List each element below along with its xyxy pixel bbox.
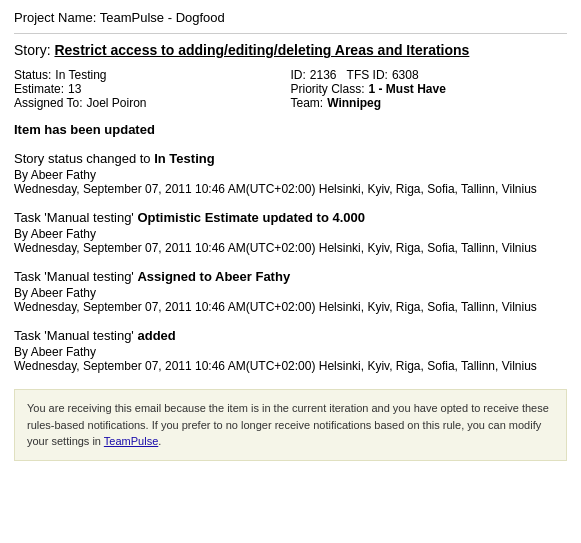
change-date-1: Wednesday, September 07, 2011 10:46 AM(U… bbox=[14, 182, 567, 196]
change-title-bold-2: Optimistic Estimate updated to 4.000 bbox=[137, 210, 365, 225]
change-title-3: Task 'Manual testing' Assigned to Abeer … bbox=[14, 269, 567, 284]
change-title-normal-2: Task 'Manual testing' bbox=[14, 210, 137, 225]
meta-priority: Priority Class: 1 - Must Have bbox=[291, 82, 568, 96]
meta-tfsid-label: TFS ID: bbox=[347, 68, 388, 82]
change-by-2: By Abeer Fathy bbox=[14, 227, 567, 241]
change-by-1: By Abeer Fathy bbox=[14, 168, 567, 182]
change-by-3: By Abeer Fathy bbox=[14, 286, 567, 300]
change-title-bold-1: In Testing bbox=[154, 151, 214, 166]
change-item-1: Story status changed to In Testing By Ab… bbox=[14, 151, 567, 196]
project-name-line: Project Name: TeamPulse - Dogfood bbox=[14, 10, 567, 34]
change-date-3: Wednesday, September 07, 2011 10:46 AM(U… bbox=[14, 300, 567, 314]
meta-priority-value: 1 - Must Have bbox=[369, 82, 446, 96]
change-item-2: Task 'Manual testing' Optimistic Estimat… bbox=[14, 210, 567, 255]
change-title-normal-3: Task 'Manual testing' bbox=[14, 269, 137, 284]
meta-id: ID: 2136 TFS ID: 6308 bbox=[291, 68, 568, 82]
meta-priority-label: Priority Class: bbox=[291, 82, 365, 96]
meta-left: Status: In Testing Estimate: 13 Assigned… bbox=[14, 68, 291, 110]
meta-status-value: In Testing bbox=[55, 68, 106, 82]
meta-right: ID: 2136 TFS ID: 6308 Priority Class: 1 … bbox=[291, 68, 568, 110]
change-title-bold-3: Assigned to Abeer Fathy bbox=[137, 269, 290, 284]
meta-id-value: 2136 bbox=[310, 68, 337, 82]
change-date-2: Wednesday, September 07, 2011 10:46 AM(U… bbox=[14, 241, 567, 255]
change-title-2: Task 'Manual testing' Optimistic Estimat… bbox=[14, 210, 567, 225]
story-title: Story: Restrict access to adding/editing… bbox=[14, 42, 567, 58]
meta-status-label: Status: bbox=[14, 68, 51, 82]
footer-notice: You are receiving this email because the… bbox=[14, 389, 567, 461]
change-item-3: Task 'Manual testing' Assigned to Abeer … bbox=[14, 269, 567, 314]
meta-status: Status: In Testing bbox=[14, 68, 291, 82]
updated-notice: Item has been updated bbox=[14, 122, 567, 137]
meta-team-value: Winnipeg bbox=[327, 96, 381, 110]
change-title-normal-4: Task 'Manual testing' bbox=[14, 328, 137, 343]
story-title-link[interactable]: Restrict access to adding/editing/deleti… bbox=[54, 42, 469, 58]
footer-text-after: . bbox=[158, 435, 161, 447]
change-title-bold-4: added bbox=[137, 328, 175, 343]
project-name-label: Project Name: bbox=[14, 10, 96, 25]
story-prefix: Story: bbox=[14, 42, 51, 58]
project-name-value: TeamPulse - Dogfood bbox=[100, 10, 225, 25]
meta-section: Status: In Testing Estimate: 13 Assigned… bbox=[14, 68, 567, 110]
meta-id-label: ID: bbox=[291, 68, 306, 82]
meta-assigned: Assigned To: Joel Poiron bbox=[14, 96, 291, 110]
meta-assigned-value: Joel Poiron bbox=[87, 96, 147, 110]
change-item-4: Task 'Manual testing' added By Abeer Fat… bbox=[14, 328, 567, 373]
change-by-4: By Abeer Fathy bbox=[14, 345, 567, 359]
change-date-4: Wednesday, September 07, 2011 10:46 AM(U… bbox=[14, 359, 567, 373]
meta-estimate-label: Estimate: bbox=[14, 82, 64, 96]
change-title-1: Story status changed to In Testing bbox=[14, 151, 567, 166]
meta-team: Team: Winnipeg bbox=[291, 96, 568, 110]
changes-list: Story status changed to In Testing By Ab… bbox=[14, 151, 567, 373]
footer-teampulse-link[interactable]: TeamPulse bbox=[104, 435, 158, 447]
meta-estimate: Estimate: 13 bbox=[14, 82, 291, 96]
meta-assigned-label: Assigned To: bbox=[14, 96, 83, 110]
change-title-4: Task 'Manual testing' added bbox=[14, 328, 567, 343]
change-title-normal-1: Story status changed to bbox=[14, 151, 154, 166]
meta-tfsid-value: 6308 bbox=[392, 68, 419, 82]
meta-estimate-value: 13 bbox=[68, 82, 81, 96]
meta-team-label: Team: bbox=[291, 96, 324, 110]
